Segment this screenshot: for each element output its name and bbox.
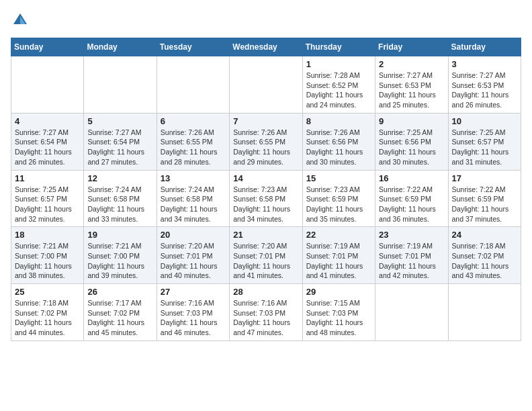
calendar-week-3: 11Sunrise: 7:25 AMSunset: 6:57 PMDayligh… — [11, 170, 521, 227]
day-info: Sunrise: 7:16 AMSunset: 7:03 PMDaylight:… — [233, 298, 298, 338]
day-info: Sunrise: 7:26 AMSunset: 6:56 PMDaylight:… — [306, 128, 371, 167]
day-info: Sunrise: 7:23 AMSunset: 6:59 PMDaylight:… — [306, 185, 371, 224]
day-number: 8 — [306, 116, 371, 126]
day-info: Sunrise: 7:15 AMSunset: 7:03 PMDaylight:… — [306, 298, 371, 338]
day-info: Sunrise: 7:27 AMSunset: 6:53 PMDaylight:… — [379, 71, 444, 110]
day-info: Sunrise: 7:19 AMSunset: 7:01 PMDaylight:… — [379, 241, 444, 281]
day-info: Sunrise: 7:27 AMSunset: 6:54 PMDaylight:… — [87, 128, 152, 167]
day-number: 22 — [306, 230, 371, 240]
day-number: 20 — [161, 230, 226, 240]
calendar-cell: 21Sunrise: 7:20 AMSunset: 7:01 PMDayligh… — [230, 227, 302, 284]
calendar-header-row: SundayMondayTuesdayWednesdayThursdayFrid… — [11, 38, 521, 56]
calendar-cell: 20Sunrise: 7:20 AMSunset: 7:01 PMDayligh… — [157, 227, 229, 284]
calendar-cell: 18Sunrise: 7:21 AMSunset: 7:00 PMDayligh… — [11, 227, 84, 284]
day-info: Sunrise: 7:24 AMSunset: 6:58 PMDaylight:… — [161, 185, 226, 224]
calendar-cell: 15Sunrise: 7:23 AMSunset: 6:59 PMDayligh… — [302, 170, 375, 227]
column-header-wednesday: Wednesday — [230, 38, 302, 56]
day-number: 1 — [306, 59, 371, 69]
day-number: 14 — [233, 173, 298, 183]
calendar-cell: 11Sunrise: 7:25 AMSunset: 6:57 PMDayligh… — [11, 170, 84, 227]
page-header — [11, 11, 521, 30]
day-number: 23 — [379, 230, 444, 240]
logo-icon — [11, 11, 30, 30]
calendar-cell — [375, 284, 448, 341]
day-number: 16 — [379, 173, 444, 183]
day-info: Sunrise: 7:26 AMSunset: 6:55 PMDaylight:… — [161, 128, 226, 167]
calendar-cell: 2Sunrise: 7:27 AMSunset: 6:53 PMDaylight… — [375, 56, 448, 113]
day-info: Sunrise: 7:18 AMSunset: 7:02 PMDaylight:… — [452, 241, 517, 281]
logo — [11, 11, 32, 30]
calendar-cell: 25Sunrise: 7:18 AMSunset: 7:02 PMDayligh… — [11, 284, 84, 341]
calendar-week-2: 4Sunrise: 7:27 AMSunset: 6:54 PMDaylight… — [11, 113, 521, 170]
calendar-cell — [448, 284, 521, 341]
calendar-cell: 8Sunrise: 7:26 AMSunset: 6:56 PMDaylight… — [302, 113, 375, 170]
calendar-week-4: 18Sunrise: 7:21 AMSunset: 7:00 PMDayligh… — [11, 227, 521, 284]
day-info: Sunrise: 7:24 AMSunset: 6:58 PMDaylight:… — [87, 185, 152, 224]
day-number: 2 — [379, 59, 444, 69]
day-number: 21 — [233, 230, 298, 240]
day-info: Sunrise: 7:18 AMSunset: 7:02 PMDaylight:… — [15, 298, 80, 338]
day-number: 3 — [452, 59, 517, 69]
calendar-cell — [230, 56, 302, 113]
day-number: 29 — [306, 287, 371, 297]
column-header-monday: Monday — [84, 38, 157, 56]
calendar-cell: 22Sunrise: 7:19 AMSunset: 7:01 PMDayligh… — [302, 227, 375, 284]
day-number: 5 — [87, 116, 152, 126]
column-header-tuesday: Tuesday — [157, 38, 229, 56]
calendar-cell: 7Sunrise: 7:26 AMSunset: 6:55 PMDaylight… — [230, 113, 302, 170]
column-header-thursday: Thursday — [302, 38, 375, 56]
calendar-cell: 23Sunrise: 7:19 AMSunset: 7:01 PMDayligh… — [375, 227, 448, 284]
calendar-cell: 13Sunrise: 7:24 AMSunset: 6:58 PMDayligh… — [157, 170, 229, 227]
day-number: 17 — [452, 173, 517, 183]
day-info: Sunrise: 7:23 AMSunset: 6:58 PMDaylight:… — [233, 185, 298, 224]
day-number: 7 — [233, 116, 298, 126]
calendar-cell: 14Sunrise: 7:23 AMSunset: 6:58 PMDayligh… — [230, 170, 302, 227]
day-info: Sunrise: 7:21 AMSunset: 7:00 PMDaylight:… — [15, 241, 80, 281]
day-info: Sunrise: 7:16 AMSunset: 7:03 PMDaylight:… — [161, 298, 226, 338]
calendar-cell: 10Sunrise: 7:25 AMSunset: 6:57 PMDayligh… — [448, 113, 521, 170]
day-info: Sunrise: 7:21 AMSunset: 7:00 PMDaylight:… — [87, 241, 152, 281]
day-info: Sunrise: 7:25 AMSunset: 6:57 PMDaylight:… — [452, 128, 517, 167]
calendar-cell — [11, 56, 84, 113]
day-number: 27 — [161, 287, 226, 297]
calendar-week-5: 25Sunrise: 7:18 AMSunset: 7:02 PMDayligh… — [11, 284, 521, 341]
calendar-cell: 9Sunrise: 7:25 AMSunset: 6:56 PMDaylight… — [375, 113, 448, 170]
day-info: Sunrise: 7:19 AMSunset: 7:01 PMDaylight:… — [306, 241, 371, 281]
day-info: Sunrise: 7:22 AMSunset: 6:59 PMDaylight:… — [379, 185, 444, 224]
calendar-cell: 4Sunrise: 7:27 AMSunset: 6:54 PMDaylight… — [11, 113, 84, 170]
day-info: Sunrise: 7:25 AMSunset: 6:57 PMDaylight:… — [15, 185, 80, 224]
calendar-cell: 5Sunrise: 7:27 AMSunset: 6:54 PMDaylight… — [84, 113, 157, 170]
calendar-cell: 6Sunrise: 7:26 AMSunset: 6:55 PMDaylight… — [157, 113, 229, 170]
calendar-cell: 3Sunrise: 7:27 AMSunset: 6:53 PMDaylight… — [448, 56, 521, 113]
calendar-week-1: 1Sunrise: 7:28 AMSunset: 6:52 PMDaylight… — [11, 56, 521, 113]
day-number: 12 — [87, 173, 152, 183]
calendar-cell: 29Sunrise: 7:15 AMSunset: 7:03 PMDayligh… — [302, 284, 375, 341]
day-number: 9 — [379, 116, 444, 126]
day-number: 28 — [233, 287, 298, 297]
day-info: Sunrise: 7:28 AMSunset: 6:52 PMDaylight:… — [306, 71, 371, 110]
calendar-table: SundayMondayTuesdayWednesdayThursdayFrid… — [11, 38, 521, 341]
calendar-cell: 28Sunrise: 7:16 AMSunset: 7:03 PMDayligh… — [230, 284, 302, 341]
day-info: Sunrise: 7:20 AMSunset: 7:01 PMDaylight:… — [233, 241, 298, 281]
day-number: 18 — [15, 230, 80, 240]
day-info: Sunrise: 7:20 AMSunset: 7:01 PMDaylight:… — [161, 241, 226, 281]
day-info: Sunrise: 7:26 AMSunset: 6:55 PMDaylight:… — [233, 128, 298, 167]
day-number: 19 — [87, 230, 152, 240]
calendar-cell: 1Sunrise: 7:28 AMSunset: 6:52 PMDaylight… — [302, 56, 375, 113]
day-info: Sunrise: 7:17 AMSunset: 7:02 PMDaylight:… — [87, 298, 152, 338]
day-info: Sunrise: 7:27 AMSunset: 6:53 PMDaylight:… — [452, 71, 517, 110]
calendar-cell: 26Sunrise: 7:17 AMSunset: 7:02 PMDayligh… — [84, 284, 157, 341]
day-number: 6 — [161, 116, 226, 126]
day-number: 11 — [15, 173, 80, 183]
column-header-friday: Friday — [375, 38, 448, 56]
day-info: Sunrise: 7:25 AMSunset: 6:56 PMDaylight:… — [379, 128, 444, 167]
calendar-cell — [157, 56, 229, 113]
calendar-cell — [84, 56, 157, 113]
day-number: 13 — [161, 173, 226, 183]
calendar-cell: 17Sunrise: 7:22 AMSunset: 6:59 PMDayligh… — [448, 170, 521, 227]
day-number: 4 — [15, 116, 80, 126]
day-number: 26 — [87, 287, 152, 297]
calendar-cell: 24Sunrise: 7:18 AMSunset: 7:02 PMDayligh… — [448, 227, 521, 284]
day-info: Sunrise: 7:27 AMSunset: 6:54 PMDaylight:… — [15, 128, 80, 167]
calendar-cell: 16Sunrise: 7:22 AMSunset: 6:59 PMDayligh… — [375, 170, 448, 227]
